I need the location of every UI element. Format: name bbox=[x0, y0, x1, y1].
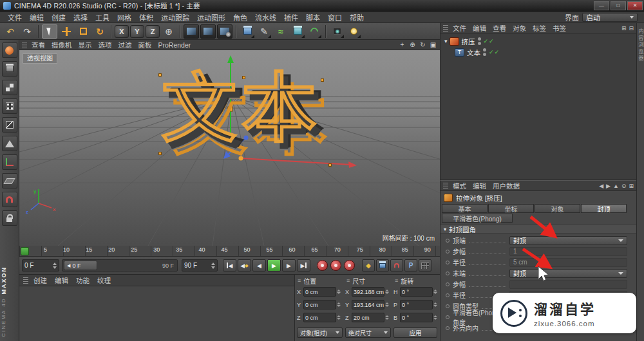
menu-motion-tracker[interactable]: 运动跟踪 bbox=[157, 12, 193, 23]
position-y-field[interactable]: Y0 cm bbox=[297, 299, 341, 310]
x-axis-lock-button[interactable]: X bbox=[115, 25, 129, 38]
spline-control-point[interactable] bbox=[242, 76, 245, 79]
section-caps-rounding[interactable]: ▾ 封顶圆角 bbox=[440, 225, 636, 234]
enabled-check-icon[interactable]: ✓ bbox=[489, 38, 495, 44]
mat-menu-function[interactable]: 功能 bbox=[72, 275, 93, 286]
spinner[interactable] bbox=[337, 290, 341, 294]
om-menu-tags[interactable]: 标签 bbox=[529, 23, 549, 33]
content-browser-strip[interactable]: 内容浏览器 bbox=[636, 23, 644, 341]
menu-script[interactable]: 脚本 bbox=[302, 12, 324, 23]
om-menu-file[interactable]: 文件 bbox=[450, 23, 469, 33]
top-radius-field[interactable]: 5 cm bbox=[509, 258, 627, 267]
lock-workplane-button[interactable] bbox=[2, 210, 17, 226]
history-forward-icon[interactable]: ▶ bbox=[606, 183, 611, 189]
play-button[interactable]: ▶ bbox=[267, 259, 281, 272]
top-cap-dropdown[interactable]: 封顶 bbox=[509, 236, 627, 245]
texture-mode-button[interactable] bbox=[2, 80, 17, 95]
z-axis-lock-button[interactable]: Z bbox=[146, 25, 160, 38]
grip-icon[interactable]: ≡ bbox=[346, 277, 350, 284]
keyframe-dot-icon[interactable] bbox=[446, 293, 450, 297]
content-browser-label[interactable]: 内容浏览器 bbox=[637, 28, 644, 341]
attr-menu-edit[interactable]: 编辑 bbox=[469, 181, 489, 190]
enabled-check-icon[interactable]: ✓ bbox=[489, 49, 495, 55]
size-y-field[interactable]: Y193.164 cm bbox=[345, 299, 389, 310]
menu-pipeline[interactable]: 流水线 bbox=[251, 12, 280, 23]
history-back-icon[interactable]: ◀ bbox=[599, 183, 603, 189]
render-settings-button[interactable] bbox=[217, 24, 232, 39]
maximize-button[interactable]: □ bbox=[611, 1, 626, 10]
spinner[interactable] bbox=[433, 315, 437, 320]
vp-menu-display[interactable]: 显示 bbox=[75, 40, 95, 50]
filter-icon[interactable]: ⊞ bbox=[621, 25, 627, 32]
generator-sweep-button[interactable] bbox=[307, 24, 322, 39]
end-frame-field[interactable]: 90 F bbox=[182, 259, 218, 272]
expander-icon[interactable]: ▾ bbox=[444, 38, 448, 44]
current-frame-field[interactable]: 0 F bbox=[22, 259, 59, 272]
spinner[interactable] bbox=[385, 315, 389, 320]
keyframe-dot-icon[interactable] bbox=[446, 326, 450, 330]
polygons-mode-button[interactable] bbox=[2, 136, 17, 151]
keyframe-dot-icon[interactable] bbox=[446, 304, 450, 308]
model-mode-button[interactable] bbox=[2, 61, 17, 77]
previous-frame-button[interactable]: ◀ bbox=[252, 259, 266, 272]
render-view-button[interactable] bbox=[184, 24, 199, 39]
keyframe-dot-icon[interactable] bbox=[446, 250, 450, 253]
keyframe-dot-icon[interactable] bbox=[446, 282, 450, 286]
enabled-check-icon[interactable]: ✓ bbox=[484, 38, 489, 44]
pen-spline-button[interactable]: ✎ bbox=[256, 24, 272, 39]
camera-button[interactable] bbox=[329, 24, 345, 39]
range-start-handle[interactable]: ◀ 0 F bbox=[64, 261, 97, 270]
tab-object[interactable]: 对象 bbox=[535, 204, 580, 213]
record-scale-button[interactable] bbox=[390, 259, 403, 272]
menu-mograph[interactable]: 运动图形 bbox=[193, 12, 229, 23]
menu-mesh[interactable]: 网格 bbox=[113, 12, 135, 23]
collapse-icon[interactable]: ▾ bbox=[444, 226, 446, 232]
snap-button[interactable] bbox=[2, 192, 17, 207]
menu-file[interactable]: 文件 bbox=[4, 12, 26, 23]
spinner[interactable] bbox=[385, 290, 389, 294]
object-tree[interactable]: ▾ 挤压 ✓ ✓ T 文本 ✓ ✓ bbox=[440, 33, 636, 180]
make-editable-button[interactable] bbox=[2, 42, 17, 58]
tab-caps[interactable]: 封顶 bbox=[581, 204, 627, 213]
menu-edit[interactable]: 编辑 bbox=[26, 12, 48, 23]
mat-menu-edit[interactable]: 编辑 bbox=[51, 275, 72, 286]
freehand-spline-button[interactable]: ≈ bbox=[273, 24, 289, 39]
attr-menu-userdata[interactable]: 用户数据 bbox=[489, 181, 523, 190]
spinner[interactable] bbox=[209, 263, 215, 269]
panel-grip[interactable] bbox=[23, 277, 28, 284]
menu-window[interactable]: 窗口 bbox=[324, 12, 346, 23]
keyframe-dot-icon[interactable] bbox=[446, 239, 450, 243]
position-z-field[interactable]: Z0 cm bbox=[297, 312, 341, 323]
y-axis-lock-button[interactable]: Y bbox=[130, 25, 144, 38]
timeline-spreadsheet-button[interactable] bbox=[419, 259, 431, 272]
redo-button[interactable]: ↷ bbox=[19, 24, 35, 39]
menu-tools[interactable]: 工具 bbox=[91, 12, 113, 23]
vp-menu-cameras[interactable]: 摄像机 bbox=[48, 40, 75, 50]
record-parameter-button[interactable]: P bbox=[404, 259, 417, 272]
spinner[interactable] bbox=[337, 302, 341, 307]
mat-menu-texture[interactable]: 纹理 bbox=[93, 275, 115, 286]
layers-icon[interactable]: ⊟ bbox=[629, 25, 634, 32]
interface-dropdown[interactable]: 启动 bbox=[582, 13, 638, 22]
move-tool-button[interactable] bbox=[59, 24, 74, 39]
preview-range-slider[interactable]: ◀ 0 F 90 F bbox=[62, 259, 178, 272]
next-frame-button[interactable]: ▶ bbox=[282, 259, 296, 272]
lock-icon[interactable]: ⊙ bbox=[621, 183, 627, 189]
goto-end-button[interactable]: ▶ bbox=[297, 259, 310, 272]
render-picture-viewer-button[interactable] bbox=[200, 24, 216, 39]
size-x-field[interactable]: X392.188 cm bbox=[345, 286, 389, 297]
position-x-field[interactable]: X0 cm bbox=[297, 286, 341, 297]
scale-tool-button[interactable] bbox=[75, 24, 91, 39]
tab-phong[interactable]: 平滑着色(Phong) bbox=[442, 214, 513, 223]
rotate-tool-button[interactable]: ↻ bbox=[92, 24, 108, 39]
edges-mode-button[interactable] bbox=[2, 117, 17, 133]
grid-icon[interactable]: ⊞ bbox=[629, 183, 634, 189]
visibility-dots[interactable] bbox=[478, 37, 481, 45]
end-steps-field[interactable] bbox=[509, 280, 627, 289]
workplane-button[interactable] bbox=[2, 173, 17, 189]
keyframe-dot-icon[interactable] bbox=[446, 261, 450, 264]
menu-select[interactable]: 选择 bbox=[70, 12, 91, 23]
top-steps-field[interactable]: 1 bbox=[509, 247, 627, 256]
spinner[interactable] bbox=[433, 302, 437, 307]
spinner[interactable] bbox=[51, 263, 57, 269]
